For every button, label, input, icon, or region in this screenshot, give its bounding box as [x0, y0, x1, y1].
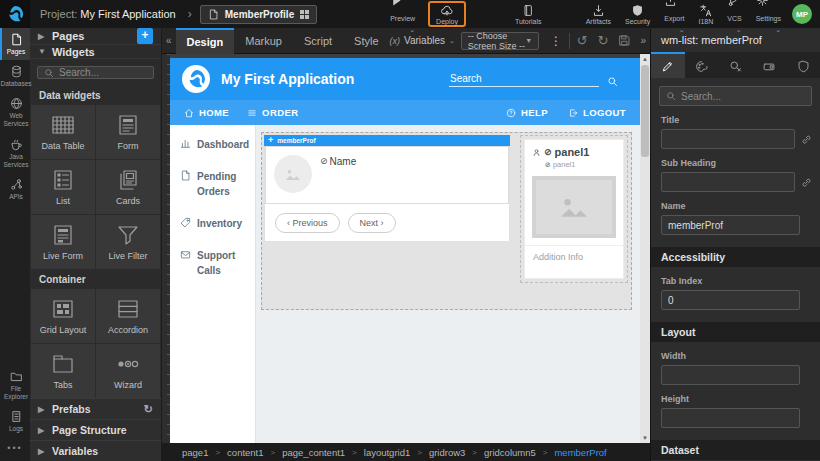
tutorials-button[interactable]: Tutorials [508, 0, 549, 28]
list-item-template[interactable]: ⊘ Name [265, 146, 509, 204]
widget-tile-live-form[interactable]: Live Form [31, 215, 95, 269]
breadcrumb-item[interactable]: content1 [227, 447, 263, 458]
nav-item-order[interactable]: ORDER [247, 107, 298, 118]
undo-button[interactable]: ↺ [572, 33, 593, 48]
move-handle-icon[interactable]: + [268, 136, 273, 145]
security-button[interactable]: Security [618, 0, 657, 28]
panel1-title-row[interactable]: ⊘ panel1 [532, 146, 616, 158]
rail-item-java-services[interactable]: Java Services [0, 133, 30, 173]
rail-item-apis[interactable]: APIs [0, 173, 30, 205]
previous-page-button[interactable]: ‹ Previous [275, 213, 340, 233]
deploy-button[interactable]: Deploy [434, 0, 460, 28]
grid-column-selection[interactable]: + memberProf [261, 132, 632, 310]
app-search-input[interactable] [449, 71, 599, 87]
variables-dropdown[interactable]: (x) Variables ⌄ [390, 35, 455, 46]
widget-tile-accordion[interactable]: Accordion [96, 289, 160, 343]
nav-item-logout[interactable]: LOGOUT [568, 107, 626, 118]
menu-item-inventory[interactable]: Inventory [180, 216, 255, 231]
list-item-name-binding[interactable]: ⊘ Name [320, 147, 356, 203]
breadcrumb-item[interactable]: page1 [182, 447, 208, 458]
scroll-up-icon[interactable]: ▲ [640, 54, 650, 64]
member-list-widget[interactable]: + memberProf [264, 135, 510, 242]
scroll-down-icon[interactable]: ▼ [640, 433, 650, 443]
wavemaker-logo[interactable] [0, 0, 30, 28]
i18n-button[interactable]: I18N [692, 0, 721, 28]
sub-heading-field-input[interactable] [661, 172, 795, 192]
widget-tile-wizard[interactable]: Wizard [96, 344, 160, 398]
add-page-button[interactable]: + [137, 28, 153, 44]
panel1-widget[interactable]: ⊘ panel1 ⊘ panel1 [524, 139, 624, 279]
log-document-icon [10, 410, 23, 423]
breadcrumb-item-current[interactable]: memberProf [554, 447, 606, 458]
menu-item-dashboard[interactable]: Dashboard [180, 137, 255, 152]
screen-size-select[interactable]: -- Choose Screen Size -- ▼ [461, 32, 539, 50]
variables-section-header[interactable]: ▶ Variables [30, 440, 161, 461]
tab-styles[interactable] [685, 52, 719, 78]
nav-item-help[interactable]: HELP [506, 107, 548, 118]
prefabs-section-header[interactable]: ▶ Prefabs ↻ [30, 398, 161, 419]
tab-security[interactable] [786, 52, 820, 78]
height-field-input[interactable] [661, 408, 800, 428]
more-options-icon[interactable]: ⋮ [545, 34, 567, 48]
preview-button[interactable]: Preview ⌄ [383, 0, 422, 28]
collapse-right-icon[interactable]: » [636, 35, 650, 46]
redo-button[interactable]: ↻ [593, 33, 614, 48]
breadcrumb-item[interactable]: gridcolumn5 [484, 447, 536, 458]
rail-overflow-icon[interactable]: ••• [0, 437, 30, 461]
rail-item-logs[interactable]: Logs [0, 405, 30, 437]
vcs-button[interactable]: VCS ⌄ [720, 0, 748, 28]
widget-tile-list[interactable]: List [31, 160, 95, 214]
widget-tile-tabs[interactable]: Tabs [31, 344, 95, 398]
user-avatar[interactable]: MP [792, 4, 812, 24]
tab-style[interactable]: Style [343, 28, 389, 54]
rail-item-file-explorer[interactable]: File Explorer [0, 365, 30, 405]
tab-properties[interactable] [651, 52, 685, 78]
properties-search-input[interactable] [681, 91, 805, 102]
artifacts-button[interactable]: Artifacts [579, 0, 618, 28]
widget-tile-form[interactable]: Form [96, 105, 160, 159]
pages-section-header[interactable]: ▶ Pages + [30, 28, 161, 45]
page-tab-memberprofile[interactable]: MemberProfile [200, 5, 317, 24]
dashboard-grid-icon[interactable] [300, 10, 309, 19]
widget-tile-data-table[interactable]: Data Table [31, 105, 95, 159]
panel-grid-column[interactable]: ⊘ panel1 ⊘ panel1 [520, 135, 628, 283]
list-widget-header[interactable]: + memberProf [264, 135, 510, 146]
page-structure-section-header[interactable]: ▶ Page Structure [30, 419, 161, 440]
tab-inspector[interactable] [719, 52, 753, 78]
save-button[interactable] [613, 34, 636, 47]
rail-item-pages[interactable]: Pages [0, 28, 30, 60]
rail-item-web-services[interactable]: Web Services [0, 92, 30, 132]
rail-item-databases[interactable]: Databases [0, 60, 30, 92]
nav-item-home[interactable]: HOME [184, 107, 229, 118]
menu-item-support-calls[interactable]: Support Calls [180, 248, 255, 278]
widgets-section-header[interactable]: ▼ Widgets [30, 45, 161, 59]
menu-item-pending-orders[interactable]: Pending Orders [180, 169, 255, 199]
tab-index-field-input[interactable] [661, 290, 800, 310]
collapse-left-icon[interactable]: « [162, 35, 176, 46]
widget-tile-cards[interactable]: Cards [96, 160, 160, 214]
widget-tile-grid-layout[interactable]: Grid Layout [31, 289, 95, 343]
widget-search-input[interactable] [59, 67, 147, 78]
breadcrumb-item[interactable]: gridrow3 [429, 447, 465, 458]
search-icon[interactable] [607, 76, 618, 87]
settings-button[interactable]: Settings ⌄ [749, 0, 788, 28]
panel1-subtitle[interactable]: ⊘ panel1 [545, 160, 616, 169]
next-page-button[interactable]: Next › [348, 213, 396, 233]
canvas-scrollbar[interactable]: ▲ ▼ [640, 54, 650, 443]
refresh-icon[interactable]: ↻ [144, 403, 153, 416]
scrollbar-thumb[interactable] [641, 65, 649, 157]
panel1-image-placeholder[interactable] [532, 176, 616, 238]
name-field-input[interactable] [661, 215, 800, 235]
breadcrumb-item[interactable]: layoutgrid1 [364, 447, 410, 458]
bind-link-icon[interactable] [801, 177, 812, 188]
breadcrumb-item[interactable]: page_content1 [282, 447, 345, 458]
export-button[interactable]: Export ⌄ [657, 0, 691, 28]
width-field-input[interactable] [661, 365, 800, 385]
tab-design[interactable]: Design [176, 28, 235, 54]
tab-script[interactable]: Script [293, 28, 343, 54]
tab-devices[interactable] [752, 52, 786, 78]
widget-tile-live-filter[interactable]: Live Filter [96, 215, 160, 269]
tab-markup[interactable]: Markup [234, 28, 293, 54]
bind-link-icon[interactable] [801, 134, 812, 145]
title-field-input[interactable] [661, 129, 795, 149]
